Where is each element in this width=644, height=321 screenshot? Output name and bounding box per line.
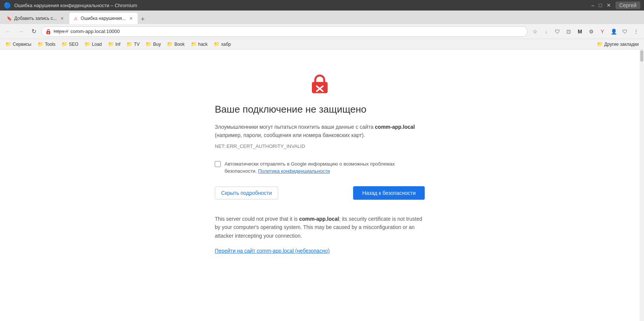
ext-icon-2[interactable]: 🛡 bbox=[553, 27, 562, 36]
tab-2-favicon: ⚠ bbox=[73, 16, 78, 21]
bookmark-habr[interactable]: 📁 хабр bbox=[211, 41, 233, 48]
folder-icon: 📁 bbox=[191, 41, 197, 47]
bookmark-label: Inf bbox=[115, 42, 120, 47]
tab-1[interactable]: 🔖 Добавить запись с... ✕ bbox=[3, 13, 69, 24]
bookmarks-right: 📁 Другие закладки bbox=[595, 41, 641, 48]
hide-details-button[interactable]: Скрыть подробности bbox=[215, 187, 278, 199]
scrollbar-thumb[interactable] bbox=[640, 50, 643, 62]
restore-button[interactable]: □ bbox=[599, 2, 602, 8]
bookmark-tv[interactable]: 📁 TV bbox=[124, 41, 142, 48]
folder-icon: 📁 bbox=[5, 41, 11, 47]
bookmark-label: Book bbox=[174, 42, 184, 47]
other-bookmarks[interactable]: 📁 Другие закладки bbox=[595, 41, 641, 48]
ext-icon-3[interactable]: ⊡ bbox=[564, 27, 574, 36]
send-reports-checkbox[interactable] bbox=[215, 161, 221, 167]
ext-icon-8[interactable]: 🛡 bbox=[620, 27, 630, 36]
reload-button[interactable]: ↻ bbox=[28, 26, 39, 37]
toolbar: ← → ↻ https:// comm-app.local:10000 ☆ ↓ … bbox=[0, 24, 644, 39]
other-bookmarks-label: Другие закладки bbox=[604, 42, 639, 47]
folder-icon: 📁 bbox=[145, 41, 151, 47]
details-text-before: This server could not prove that it is bbox=[215, 216, 299, 222]
folder-icon: 📁 bbox=[61, 41, 67, 47]
bookmark-label: Сервисы bbox=[13, 42, 31, 47]
details-text: This server could not prove that it is c… bbox=[215, 215, 425, 240]
error-desc-after: (например, пароли, сообщения или номера … bbox=[215, 132, 365, 138]
scrollbar[interactable] bbox=[640, 50, 644, 321]
lock-error-icon bbox=[309, 72, 331, 95]
folder-icon: 📁 bbox=[108, 41, 114, 47]
bookmark-label: hack bbox=[198, 42, 208, 47]
tab-1-favicon: 🔖 bbox=[7, 16, 12, 21]
chromium-logo-icon: 🔵 bbox=[4, 2, 11, 9]
titlebar-left: 🔵 Ошибка нарушения конфиденциальности – … bbox=[4, 2, 137, 9]
window-titlebar: 🔵 Ошибка нарушения конфиденциальности – … bbox=[0, 0, 644, 11]
folder-icon: 📁 bbox=[214, 41, 220, 47]
security-warning-icon bbox=[45, 29, 51, 35]
back-button[interactable]: ← bbox=[3, 26, 13, 37]
bookmark-star-button[interactable]: ☆ bbox=[530, 27, 540, 36]
tab-bar: 🔖 Добавить запись с... ✕ ⚠ Ошибка наруше… bbox=[0, 11, 644, 24]
window-title: Ошибка нарушения конфиденциальности – Ch… bbox=[14, 3, 137, 8]
tab-1-close[interactable]: ✕ bbox=[59, 15, 65, 21]
bookmark-label: Load bbox=[92, 42, 102, 47]
forward-button[interactable]: → bbox=[16, 26, 26, 37]
folder-icon: 📁 bbox=[126, 41, 132, 47]
close-button[interactable]: ✕ bbox=[607, 2, 611, 8]
toolbar-icons: ☆ ↓ 🛡 ⊡ M ⚙ Y 👤 🛡 ⋮ bbox=[530, 27, 641, 36]
checkbox-row: Автоматически отправлять в Google информ… bbox=[215, 160, 425, 175]
error-page: Ваше подключение не защищено Злоумышленн… bbox=[207, 65, 432, 262]
bookmark-inf[interactable]: 📁 Inf bbox=[106, 41, 123, 48]
tab-1-label: Добавить запись с... bbox=[14, 16, 57, 21]
minimize-button[interactable]: – bbox=[592, 2, 595, 8]
bookmark-label: TV bbox=[134, 42, 139, 47]
folder-icon: 📁 bbox=[167, 41, 173, 47]
bookmark-hack[interactable]: 📁 hack bbox=[189, 41, 210, 48]
tab-2-close[interactable]: ✕ bbox=[128, 15, 134, 21]
error-description: Злоумышленники могут пытаться похитить в… bbox=[215, 123, 425, 140]
user-badge: Сергей bbox=[616, 2, 640, 9]
bookmark-label: Tools bbox=[45, 42, 55, 47]
bookmark-label: Buy bbox=[153, 42, 161, 47]
checkbox-label: Автоматически отправлять в Google информ… bbox=[225, 160, 425, 175]
details-domain-bold: comm-app.local bbox=[299, 216, 339, 222]
ext-icon-7[interactable]: 👤 bbox=[609, 27, 619, 36]
ext-icon-6[interactable]: Y bbox=[598, 27, 607, 36]
bookmark-tools[interactable]: 📁 Tools bbox=[35, 41, 58, 48]
bookmark-label: SEO bbox=[69, 42, 78, 47]
error-code: NET::ERR_CERT_AUTHORITY_INVALID bbox=[215, 143, 425, 149]
bookmark-load[interactable]: 📁 Load bbox=[82, 41, 104, 48]
bookmark-сервисы[interactable]: 📁 Сервисы bbox=[3, 41, 34, 48]
browser-content-wrap: Ваше подключение не защищено Злоумышленн… bbox=[0, 50, 644, 321]
folder-icon: 📁 bbox=[37, 41, 43, 47]
ext-icon-1[interactable]: ↓ bbox=[541, 27, 551, 36]
bookmarks-bar: 📁 Сервисы 📁 Tools 📁 SEO 📁 Load 📁 Inf 📁 T… bbox=[0, 39, 644, 50]
address-https: https:// bbox=[54, 29, 68, 34]
bookmark-book[interactable]: 📁 Book bbox=[165, 41, 187, 48]
lock-icon-wrap bbox=[215, 72, 425, 95]
bookmark-buy[interactable]: 📁 Buy bbox=[143, 41, 163, 48]
browser-content: Ваше подключение не защищено Злоумышленн… bbox=[0, 50, 640, 321]
ext-icon-5[interactable]: ⚙ bbox=[586, 27, 596, 36]
error-desc-before: Злоумышленники могут пытаться похитить в… bbox=[215, 124, 375, 130]
button-row: Скрыть подробности Назад к безопасности bbox=[215, 186, 425, 200]
unsafe-site-link[interactable]: Перейти на сайт comm-app.local (небезопа… bbox=[215, 248, 329, 254]
svg-rect-3 bbox=[312, 82, 328, 93]
folder-icon: 📁 bbox=[597, 41, 603, 47]
address-host: comm-app.local:10000 bbox=[70, 29, 120, 34]
more-options-button[interactable]: ⋮ bbox=[631, 27, 641, 36]
bookmark-seo[interactable]: 📁 SEO bbox=[59, 41, 81, 48]
window-controls[interactable]: – □ ✕ Сергей bbox=[592, 2, 640, 9]
ext-icon-4[interactable]: M bbox=[575, 27, 585, 36]
back-to-safety-button[interactable]: Назад к безопасности bbox=[353, 186, 425, 200]
address-bar[interactable]: https:// comm-app.local:10000 bbox=[41, 26, 528, 37]
new-tab-button[interactable]: + bbox=[138, 15, 147, 23]
tab-2[interactable]: ⚠ Ошибка нарушения... ✕ bbox=[69, 13, 138, 24]
folder-icon: 📁 bbox=[84, 41, 90, 47]
error-domain-bold: comm-app.local bbox=[375, 124, 415, 130]
privacy-policy-link[interactable]: Политика конфиденциальности bbox=[258, 168, 330, 174]
error-title: Ваше подключение не защищено bbox=[215, 104, 425, 115]
tab-2-label: Ошибка нарушения... bbox=[81, 16, 126, 21]
bookmark-label: хабр bbox=[221, 42, 231, 47]
